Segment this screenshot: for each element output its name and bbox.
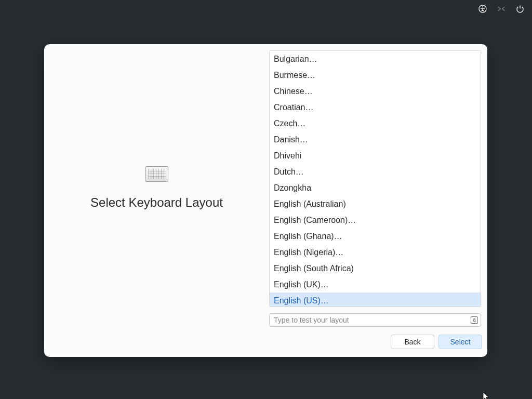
right-pane: Bulgarian…Burmese…Chinese…Croatian…Czech… [269, 44, 487, 332]
back-button[interactable]: Back [391, 335, 434, 349]
left-pane: Select Keyboard Layout [44, 44, 269, 332]
keyboard-icon [145, 166, 168, 182]
svg-point-1 [482, 6, 483, 7]
mouse-cursor [483, 392, 490, 399]
layout-row[interactable]: Dzongkha [270, 180, 481, 196]
installer-card: Select Keyboard Layout Bulgarian…Burmese… [44, 44, 487, 357]
keyboard-layout-list[interactable]: Bulgarian…Burmese…Chinese…Croatian…Czech… [269, 50, 481, 307]
input-method-indicator: a [471, 316, 478, 324]
page-title: Select Keyboard Layout [90, 195, 223, 210]
test-layout-input[interactable] [269, 313, 481, 327]
topbar [478, 0, 532, 15]
accessibility-icon[interactable] [478, 4, 487, 14]
layout-row[interactable]: Chinese… [270, 83, 481, 99]
layout-row[interactable]: Bulgarian… [270, 51, 481, 67]
layout-row[interactable]: English (US)… [270, 292, 481, 307]
layout-row[interactable]: English (South Africa) [270, 260, 481, 276]
layout-row[interactable]: English (Ghana)… [270, 228, 481, 244]
layout-row[interactable]: English (Australian) [270, 196, 481, 212]
card-body: Select Keyboard Layout Bulgarian…Burmese… [44, 44, 487, 332]
layout-row[interactable]: Dhivehi [270, 148, 481, 164]
layout-row[interactable]: Burmese… [270, 67, 481, 83]
network-disconnected-icon[interactable] [497, 4, 506, 14]
footer: Back Select [44, 332, 487, 357]
layout-row[interactable]: Czech… [270, 115, 481, 131]
layout-row[interactable]: Danish… [270, 131, 481, 148]
layout-row[interactable]: English (Cameroon)… [270, 212, 481, 228]
layout-row[interactable]: Croatian… [270, 99, 481, 115]
test-row: a [269, 313, 481, 327]
select-button[interactable]: Select [438, 335, 482, 349]
layout-row[interactable]: English (Nigeria)… [270, 244, 481, 260]
power-icon[interactable] [515, 4, 525, 14]
layout-row[interactable]: Dutch… [270, 164, 481, 180]
layout-row[interactable]: English (UK)… [270, 276, 481, 292]
